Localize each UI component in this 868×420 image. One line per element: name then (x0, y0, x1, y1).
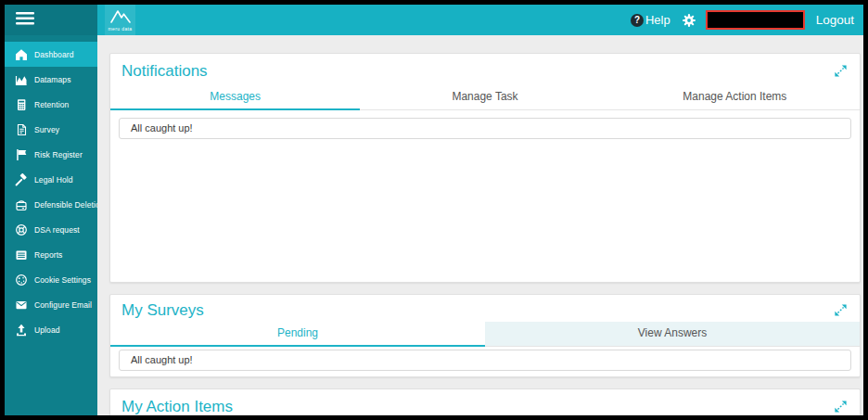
sidebar-item-label: DSA request (34, 225, 80, 235)
notifications-tabs: Messages Manage Task Manage Action Items (110, 85, 860, 110)
sidebar-item-defensible-deletion[interactable]: Defensible Deletion (5, 192, 97, 217)
help-button[interactable]: ? Help (631, 13, 670, 27)
expand-diagonal-icon[interactable] (833, 302, 849, 318)
home-icon (14, 48, 29, 61)
upload-icon (14, 324, 29, 337)
notifications-title: Notifications (121, 61, 208, 81)
mountain-logo-icon (108, 9, 133, 27)
sidebar-nav: Dashboard Datamaps Retention (5, 35, 97, 342)
sidebar-item-upload[interactable]: Upload (5, 317, 97, 342)
sidebar-item-label: Legal Hold (34, 175, 73, 185)
sidebar-item-retention[interactable]: Retention (5, 92, 97, 117)
sidebar-item-legal-hold[interactable]: Legal Hold (5, 167, 97, 192)
sidebar-item-label: Dashboard (34, 50, 73, 59)
gear-icon[interactable] (682, 13, 696, 28)
sidebar-item-label: Reports (34, 250, 62, 260)
sidebar-item-dashboard[interactable]: Dashboard (5, 42, 97, 67)
brand-logo[interactable]: meru data (105, 5, 135, 35)
tab-messages[interactable]: Messages (110, 85, 360, 110)
my-surveys-panel: My Surveys Pending View Answers All caug… (109, 294, 861, 377)
notifications-empty-message: All caught up! (119, 118, 851, 139)
sidebar-item-label: Datamaps (34, 75, 71, 84)
drive-icon (14, 198, 29, 211)
my-surveys-title: My Surveys (121, 300, 204, 320)
sidebar-item-label: Retention (34, 100, 69, 109)
flag-icon (14, 148, 29, 161)
sidebar-item-risk-register[interactable]: Risk Register (5, 142, 97, 167)
sidebar-item-survey[interactable]: Survey (5, 117, 97, 142)
tab-manage-task[interactable]: Manage Task (360, 85, 609, 110)
life-ring-icon (14, 223, 29, 236)
my-action-items-panel: My Action Items (109, 388, 861, 415)
sidebar-item-label: Configure Email (34, 300, 92, 310)
sidebar-item-label: Risk Register (34, 150, 83, 159)
sidebar-item-cookie-settings[interactable]: Cookie Settings (5, 267, 97, 292)
sidebar-item-label: Survey (34, 125, 59, 134)
sidebar-item-configure-email[interactable]: Configure Email (5, 292, 97, 317)
notifications-panel: Notifications Messages Manage Task Manag… (109, 53, 861, 283)
sidebar: Dashboard Datamaps Retention (5, 5, 97, 415)
sidebar-item-label: Upload (34, 325, 60, 335)
tab-manage-action-items[interactable]: Manage Action Items (610, 85, 860, 110)
sidebar-item-label: Defensible Deletion (34, 200, 105, 210)
sidebar-item-reports[interactable]: Reports (5, 242, 97, 267)
top-header-bar: meru data ? Help Logout (97, 5, 863, 35)
sidebar-item-datamaps[interactable]: Datamaps (5, 67, 97, 92)
my-surveys-tabs: Pending View Answers (110, 322, 860, 347)
report-list-icon (14, 248, 29, 261)
calculator-icon (14, 98, 29, 111)
help-label: Help (645, 13, 670, 27)
my-action-items-title: My Action Items (121, 397, 233, 415)
tab-view-answers[interactable]: View Answers (485, 322, 860, 347)
main-content: Notifications Messages Manage Task Manag… (97, 35, 863, 415)
brand-name: meru data (108, 26, 132, 32)
expand-diagonal-icon[interactable] (833, 399, 849, 414)
area-chart-icon (14, 73, 29, 86)
my-surveys-empty-message: All caught up! (119, 350, 851, 371)
cookie-icon (14, 274, 29, 286)
app-window: Dashboard Datamaps Retention (0, 0, 868, 420)
hamburger-icon (16, 12, 34, 29)
sidebar-item-label: Cookie Settings (34, 275, 91, 285)
envelope-icon (14, 299, 29, 312)
expand-diagonal-icon[interactable] (833, 63, 849, 79)
gavel-icon (14, 173, 29, 186)
logout-button[interactable]: Logout (812, 11, 858, 29)
tab-pending[interactable]: Pending (110, 322, 485, 347)
sidebar-menu-toggle[interactable] (5, 5, 97, 35)
question-circle-icon: ? (631, 14, 644, 27)
document-icon (14, 123, 29, 136)
sidebar-item-dsa-request[interactable]: DSA request (5, 217, 97, 242)
user-account-redacted[interactable] (706, 10, 805, 30)
